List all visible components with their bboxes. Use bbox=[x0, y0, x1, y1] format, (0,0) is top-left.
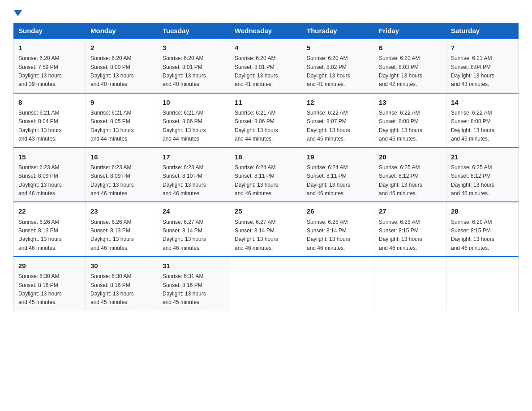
day-number: 30 bbox=[90, 261, 153, 271]
calendar-cell: 17 Sunrise: 6:23 AMSunset: 8:10 PMDaylig… bbox=[158, 148, 230, 202]
day-info: Sunrise: 6:22 AMSunset: 8:07 PMDaylight:… bbox=[307, 110, 350, 142]
day-info: Sunrise: 6:20 AMSunset: 8:02 PMDaylight:… bbox=[307, 55, 350, 87]
calendar-cell: 21 Sunrise: 6:25 AMSunset: 8:12 PMDaylig… bbox=[446, 148, 519, 202]
calendar-table: SundayMondayTuesdayWednesdayThursdayFrid… bbox=[13, 23, 519, 311]
day-number: 31 bbox=[163, 261, 225, 271]
day-info: Sunrise: 6:23 AMSunset: 8:09 PMDaylight:… bbox=[18, 164, 62, 197]
calendar-week-row: 22 Sunrise: 6:26 AMSunset: 8:13 PMDaylig… bbox=[14, 202, 519, 257]
calendar-cell: 27 Sunrise: 6:28 AMSunset: 8:15 PMDaylig… bbox=[374, 202, 446, 257]
day-number: 27 bbox=[379, 206, 442, 216]
calendar-cell: 8 Sunrise: 6:21 AMSunset: 8:04 PMDayligh… bbox=[14, 93, 86, 148]
calendar-cell: 28 Sunrise: 6:29 AMSunset: 8:15 PMDaylig… bbox=[446, 202, 519, 257]
column-header-wednesday: Wednesday bbox=[230, 23, 302, 39]
calendar-cell: 6 Sunrise: 6:20 AMSunset: 8:03 PMDayligh… bbox=[374, 39, 446, 93]
day-info: Sunrise: 6:27 AMSunset: 8:14 PMDaylight:… bbox=[163, 219, 206, 251]
day-info: Sunrise: 6:30 AMSunset: 8:16 PMDaylight:… bbox=[90, 273, 134, 305]
day-number: 9 bbox=[90, 97, 153, 107]
day-number: 28 bbox=[451, 206, 514, 216]
day-number: 2 bbox=[90, 43, 153, 53]
day-number: 29 bbox=[18, 261, 81, 271]
calendar-cell bbox=[446, 257, 519, 311]
day-number: 13 bbox=[379, 97, 442, 107]
day-number: 19 bbox=[307, 152, 369, 162]
day-number: 8 bbox=[18, 97, 81, 107]
day-info: Sunrise: 6:20 AMSunset: 8:01 PMDaylight:… bbox=[163, 55, 206, 87]
calendar-cell: 5 Sunrise: 6:20 AMSunset: 8:02 PMDayligh… bbox=[302, 39, 374, 93]
calendar-cell: 14 Sunrise: 6:22 AMSunset: 8:08 PMDaylig… bbox=[446, 93, 519, 148]
day-number: 17 bbox=[163, 152, 225, 162]
day-number: 11 bbox=[235, 97, 297, 107]
calendar-cell: 19 Sunrise: 6:24 AMSunset: 8:11 PMDaylig… bbox=[302, 148, 374, 202]
day-info: Sunrise: 6:25 AMSunset: 8:12 PMDaylight:… bbox=[379, 164, 422, 197]
column-header-monday: Monday bbox=[86, 23, 158, 39]
day-number: 6 bbox=[379, 43, 442, 53]
calendar-cell bbox=[302, 257, 374, 311]
day-number: 24 bbox=[163, 206, 225, 216]
calendar-week-row: 8 Sunrise: 6:21 AMSunset: 8:04 PMDayligh… bbox=[14, 93, 519, 148]
day-number: 7 bbox=[451, 43, 514, 53]
calendar-cell: 26 Sunrise: 6:28 AMSunset: 8:14 PMDaylig… bbox=[302, 202, 374, 257]
day-info: Sunrise: 6:22 AMSunset: 8:08 PMDaylight:… bbox=[451, 110, 494, 142]
day-number: 21 bbox=[451, 152, 514, 162]
calendar-cell: 25 Sunrise: 6:27 AMSunset: 8:14 PMDaylig… bbox=[230, 202, 302, 257]
day-info: Sunrise: 6:21 AMSunset: 8:04 PMDaylight:… bbox=[18, 110, 62, 142]
day-info: Sunrise: 6:20 AMSunset: 8:03 PMDaylight:… bbox=[379, 55, 422, 87]
calendar-cell: 4 Sunrise: 6:20 AMSunset: 8:01 PMDayligh… bbox=[230, 39, 302, 93]
day-number: 26 bbox=[307, 206, 369, 216]
day-info: Sunrise: 6:25 AMSunset: 8:12 PMDaylight:… bbox=[451, 164, 494, 197]
day-info: Sunrise: 6:27 AMSunset: 8:14 PMDaylight:… bbox=[235, 219, 278, 251]
column-header-sunday: Sunday bbox=[14, 23, 86, 39]
day-number: 22 bbox=[18, 206, 81, 216]
logo bbox=[13, 9, 22, 15]
calendar-cell: 7 Sunrise: 6:21 AMSunset: 8:04 PMDayligh… bbox=[446, 39, 519, 93]
day-info: Sunrise: 6:28 AMSunset: 8:14 PMDaylight:… bbox=[307, 219, 350, 251]
day-number: 20 bbox=[379, 152, 442, 162]
calendar-cell: 22 Sunrise: 6:26 AMSunset: 8:13 PMDaylig… bbox=[14, 202, 86, 257]
day-info: Sunrise: 6:30 AMSunset: 8:16 PMDaylight:… bbox=[18, 273, 62, 305]
day-info: Sunrise: 6:26 AMSunset: 8:13 PMDaylight:… bbox=[90, 219, 134, 251]
calendar-cell: 16 Sunrise: 6:23 AMSunset: 8:09 PMDaylig… bbox=[86, 148, 158, 202]
day-info: Sunrise: 6:21 AMSunset: 8:04 PMDaylight:… bbox=[451, 55, 494, 87]
day-info: Sunrise: 6:20 AMSunset: 7:59 PMDaylight:… bbox=[18, 55, 62, 87]
day-number: 3 bbox=[163, 43, 225, 53]
day-info: Sunrise: 6:31 AMSunset: 8:16 PMDaylight:… bbox=[163, 273, 206, 305]
calendar-cell: 18 Sunrise: 6:24 AMSunset: 8:11 PMDaylig… bbox=[230, 148, 302, 202]
day-number: 15 bbox=[18, 152, 81, 162]
day-info: Sunrise: 6:21 AMSunset: 8:06 PMDaylight:… bbox=[235, 110, 278, 142]
calendar-cell: 10 Sunrise: 6:21 AMSunset: 8:06 PMDaylig… bbox=[158, 93, 230, 148]
day-info: Sunrise: 6:21 AMSunset: 8:06 PMDaylight:… bbox=[163, 110, 206, 142]
calendar-cell: 24 Sunrise: 6:27 AMSunset: 8:14 PMDaylig… bbox=[158, 202, 230, 257]
day-info: Sunrise: 6:21 AMSunset: 8:05 PMDaylight:… bbox=[90, 110, 134, 142]
day-number: 5 bbox=[307, 43, 369, 53]
day-number: 23 bbox=[90, 206, 153, 216]
calendar-cell: 29 Sunrise: 6:30 AMSunset: 8:16 PMDaylig… bbox=[14, 257, 86, 311]
calendar-cell: 11 Sunrise: 6:21 AMSunset: 8:06 PMDaylig… bbox=[230, 93, 302, 148]
calendar-cell: 20 Sunrise: 6:25 AMSunset: 8:12 PMDaylig… bbox=[374, 148, 446, 202]
day-info: Sunrise: 6:20 AMSunset: 8:01 PMDaylight:… bbox=[235, 55, 278, 87]
column-header-thursday: Thursday bbox=[302, 23, 374, 39]
day-number: 12 bbox=[307, 97, 369, 107]
day-number: 25 bbox=[235, 206, 297, 216]
day-number: 4 bbox=[235, 43, 297, 53]
calendar-week-row: 15 Sunrise: 6:23 AMSunset: 8:09 PMDaylig… bbox=[14, 148, 519, 202]
calendar-cell: 12 Sunrise: 6:22 AMSunset: 8:07 PMDaylig… bbox=[302, 93, 374, 148]
calendar-week-row: 29 Sunrise: 6:30 AMSunset: 8:16 PMDaylig… bbox=[14, 257, 519, 311]
page-header bbox=[13, 9, 519, 15]
calendar-cell: 3 Sunrise: 6:20 AMSunset: 8:01 PMDayligh… bbox=[158, 39, 230, 93]
day-number: 10 bbox=[163, 97, 225, 107]
column-header-friday: Friday bbox=[374, 23, 446, 39]
day-info: Sunrise: 6:24 AMSunset: 8:11 PMDaylight:… bbox=[307, 164, 350, 197]
day-info: Sunrise: 6:26 AMSunset: 8:13 PMDaylight:… bbox=[18, 219, 62, 251]
day-info: Sunrise: 6:28 AMSunset: 8:15 PMDaylight:… bbox=[379, 219, 422, 251]
day-info: Sunrise: 6:20 AMSunset: 8:00 PMDaylight:… bbox=[90, 55, 134, 87]
day-info: Sunrise: 6:23 AMSunset: 8:10 PMDaylight:… bbox=[163, 164, 206, 197]
calendar-cell: 30 Sunrise: 6:30 AMSunset: 8:16 PMDaylig… bbox=[86, 257, 158, 311]
calendar-cell: 15 Sunrise: 6:23 AMSunset: 8:09 PMDaylig… bbox=[14, 148, 86, 202]
column-header-tuesday: Tuesday bbox=[158, 23, 230, 39]
calendar-cell bbox=[230, 257, 302, 311]
day-info: Sunrise: 6:23 AMSunset: 8:09 PMDaylight:… bbox=[90, 164, 134, 197]
logo-arrow-icon bbox=[14, 10, 22, 16]
day-number: 1 bbox=[18, 43, 81, 53]
calendar-cell bbox=[374, 257, 446, 311]
calendar-cell: 1 Sunrise: 6:20 AMSunset: 7:59 PMDayligh… bbox=[14, 39, 86, 93]
